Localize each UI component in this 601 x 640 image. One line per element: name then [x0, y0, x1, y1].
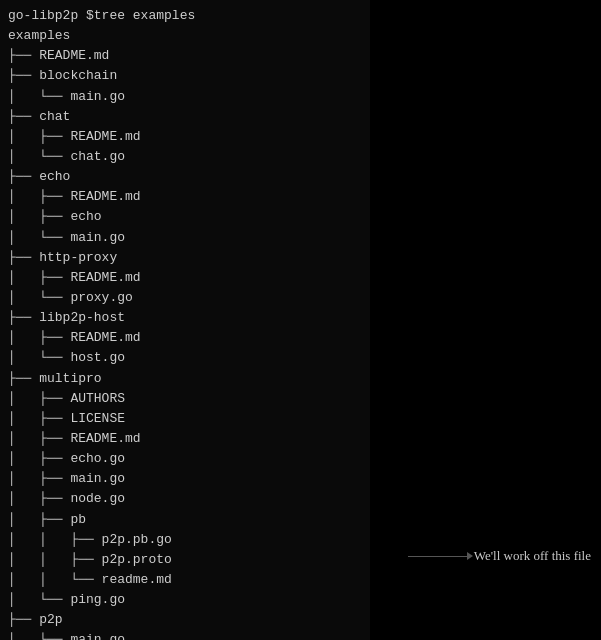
terminal-line: ├── p2p: [8, 610, 362, 630]
terminal-line: ├── chat: [8, 107, 362, 127]
terminal-line: │ ├── README.md: [8, 429, 362, 449]
terminal-line: │ └── chat.go: [8, 147, 362, 167]
terminal-panel: go-libp2p $tree examples examples ├── RE…: [0, 0, 370, 640]
terminal-line: │ │ ├── p2p.pb.go: [8, 530, 362, 550]
annotation-text: We'll work off this file: [474, 548, 591, 564]
arrow-line: [408, 556, 468, 557]
terminal-line: │ ├── AUTHORS: [8, 389, 362, 409]
terminal-line: ├── multipro: [8, 369, 362, 389]
prompt-line: go-libp2p $tree examples: [8, 6, 362, 26]
annotation-box: We'll work off this file: [408, 548, 591, 564]
terminal-line: │ │ ├── p2p.proto: [8, 550, 362, 570]
terminal-line: ├── blockchain: [8, 66, 362, 86]
terminal-line: ├── http-proxy: [8, 248, 362, 268]
terminal-line: │ └── main.go: [8, 228, 362, 248]
terminal-line: ├── README.md: [8, 46, 362, 66]
terminal-line: │ └── main.go: [8, 630, 362, 640]
terminal-line: │ ├── echo.go: [8, 449, 362, 469]
terminal-line: │ └── ping.go: [8, 590, 362, 610]
terminal-line: │ └── host.go: [8, 348, 362, 368]
terminal-line: │ └── proxy.go: [8, 288, 362, 308]
terminal-line: │ ├── README.md: [8, 268, 362, 288]
terminal-line: │ ├── LICENSE: [8, 409, 362, 429]
terminal-line: ├── libp2p-host: [8, 308, 362, 328]
terminal-line: │ ├── README.md: [8, 187, 362, 207]
terminal-line: │ ├── main.go: [8, 469, 362, 489]
terminal-line: │ │ └── readme.md: [8, 570, 362, 590]
terminal-line: │ ├── echo: [8, 207, 362, 227]
terminal-line: │ ├── README.md: [8, 127, 362, 147]
terminal-line: │ ├── pb: [8, 510, 362, 530]
annotation-area: We'll work off this file: [370, 0, 601, 640]
terminal-line: │ ├── README.md: [8, 328, 362, 348]
terminal-line: │ ├── node.go: [8, 489, 362, 509]
terminal-line: │ └── main.go: [8, 87, 362, 107]
arrow-shaft: [408, 556, 468, 557]
root-dir: examples: [8, 26, 362, 46]
terminal-line: ├── echo: [8, 167, 362, 187]
